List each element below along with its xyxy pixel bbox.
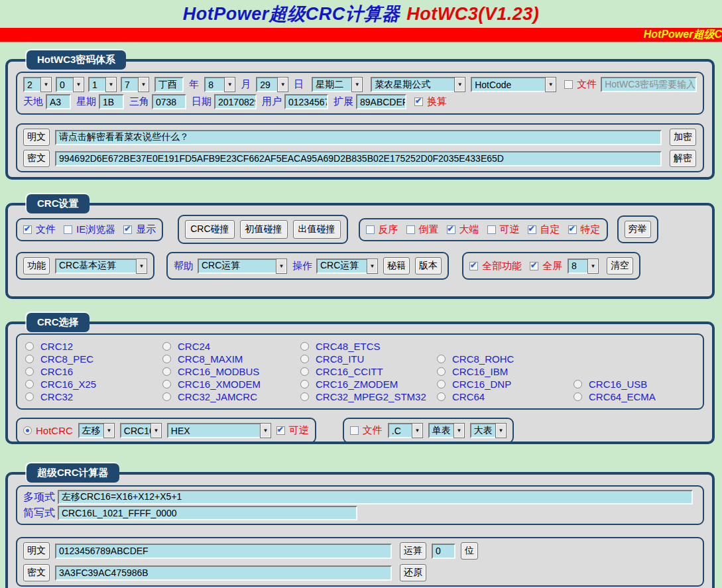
calc-cipher-row: 密文 3A3FC39AC475986B 还原 (23, 564, 697, 581)
ciphertext-input[interactable]: 994692D6E672BE37E0E191FD5AFB9E23CF662AF5… (55, 151, 662, 166)
bits-button[interactable]: 位 (461, 542, 478, 559)
function-box: 功能 CRC基本运算▼ (16, 252, 154, 280)
init-collision-button[interactable]: 初值碰撞 (240, 220, 288, 239)
filename-input[interactable]: HotWC3密码需要输入的文件名 (601, 77, 697, 92)
format-select[interactable]: HEX▼ (167, 423, 271, 438)
crc-collision-button[interactable]: CRC碰撞 (185, 220, 234, 239)
show-checkbox[interactable] (123, 225, 132, 234)
riqi-label: 日期 (192, 95, 211, 108)
radio-icon (300, 355, 309, 363)
crc32-radio-item[interactable]: CRC32 (25, 390, 162, 403)
sanjiao-field[interactable]: 0738 (152, 94, 186, 109)
output-file-checkbox[interactable] (350, 426, 359, 435)
date-box: 2▼ 0▼ 1▼ 7▼ 丁酉 年 8▼ 月 29▼ 日 星期二▼ 菜农星期公式▼… (16, 72, 704, 115)
operate-select[interactable]: CRC运算▼ (316, 259, 378, 274)
screen-select[interactable]: 8▼ (568, 259, 599, 274)
allfunc-box: 全部功能 全屏 8▼ 清空 (462, 252, 640, 280)
year-digit3-select[interactable]: 1▼ (88, 77, 117, 92)
crc-width-select[interactable]: CRC16▼ (120, 423, 162, 438)
crc16-xmodem-radio-item[interactable]: CRC16_XMODEM (162, 378, 300, 390)
weekday-select[interactable]: 星期二▼ (312, 77, 363, 92)
crc64-ecma-radio-item[interactable]: CRC64_ECMA (573, 390, 656, 403)
day-select[interactable]: 29▼ (256, 77, 288, 92)
table-size-select[interactable]: 大表▼ (470, 423, 507, 438)
short-field[interactable]: CRC16L_1021_FFFF_0000 (58, 506, 357, 520)
table-select[interactable]: 单表▼ (428, 423, 465, 438)
crc32-mpeg2-stm32-radio-item[interactable]: CRC32_MPEG2_STM32 (300, 390, 437, 403)
xingqi-field[interactable]: 1B (99, 94, 124, 109)
formula-select[interactable]: 菜农星期公式▼ (371, 77, 465, 92)
year-digit1-select[interactable]: 2▼ (23, 77, 52, 92)
year-digit4-select[interactable]: 7▼ (121, 77, 149, 92)
secret-button[interactable]: 秘籍 (383, 257, 410, 274)
function-button[interactable]: 功能 (23, 257, 50, 274)
crc16-radio-item[interactable]: CRC16 (25, 365, 162, 378)
crc16-usb-radio-item[interactable]: CRC16_USB (573, 378, 656, 390)
crc16-modbus-radio-item[interactable]: CRC16_MODBUS (162, 365, 300, 378)
help-select[interactable]: CRC运算▼ (198, 259, 287, 274)
help-operate-box: 帮助 CRC运算▼ 操作 CRC运算▼ 秘籍 版本 (166, 252, 449, 280)
month-select[interactable]: 8▼ (204, 77, 235, 92)
code-type-select[interactable]: HotCode▼ (471, 77, 556, 92)
ie-browser-checkbox[interactable] (64, 225, 72, 234)
crc48-etcs-radio-item[interactable]: CRC48_ETCS (300, 340, 437, 353)
calc-ciphertext-input[interactable]: 3A3FC39AC475986B (55, 565, 392, 581)
calc-plaintext-button[interactable]: 明文 (23, 542, 50, 559)
custom-checkbox[interactable] (528, 225, 536, 234)
radio-icon (25, 355, 34, 363)
kuozhan-field[interactable]: 89ABCDEF (356, 94, 406, 109)
shift-select[interactable]: 左移▼ (78, 423, 115, 438)
crc-column-1: CRC12 CRC8_PEC CRC16 CRC16_X25 CRC32 (25, 340, 162, 403)
function-select[interactable]: CRC基本运算▼ (55, 259, 147, 274)
yonghu-field[interactable]: 01234567 (284, 94, 328, 109)
decrypt-button[interactable]: 解密 (670, 150, 696, 167)
hotcrc-reversible-checkbox[interactable] (276, 426, 285, 435)
calc-run-button[interactable]: 运算 (400, 542, 426, 559)
exhaust-button[interactable]: 穷举 (625, 221, 651, 238)
crc16-x25-radio-item[interactable]: CRC16_X25 (25, 378, 162, 390)
plaintext-input[interactable]: 请点击解密看看菜农说些什么？ (55, 130, 662, 145)
hotcrc-radio[interactable] (23, 426, 32, 435)
crc24-radio-item[interactable]: CRC24 (162, 340, 300, 353)
version-button[interactable]: 版本 (415, 257, 442, 274)
poly-field[interactable]: 左移CRC16=X16+X12+X5+1 (58, 490, 693, 504)
year-digit2-select[interactable]: 0▼ (56, 77, 84, 92)
crc16-ccitt-radio-item[interactable]: CRC16_CCITT (300, 365, 437, 378)
crc64-radio-item[interactable]: CRC64 (437, 390, 573, 403)
riqi-field[interactable]: 20170829 (214, 94, 257, 109)
file-checkbox[interactable] (564, 80, 573, 89)
ganzhi-field[interactable]: 丁酉 (154, 77, 184, 92)
crc12-radio-item[interactable]: CRC12 (25, 340, 162, 353)
reverse-checkbox[interactable] (366, 225, 375, 234)
ext-select[interactable]: .C▼ (388, 423, 423, 438)
crc16-dnp-radio-item[interactable]: CRC16_DNP (437, 378, 573, 390)
crc16-ibm-radio-item[interactable]: CRC16_IBM (437, 365, 573, 378)
calc-ciphertext-button[interactable]: 密文 (23, 564, 50, 581)
restore-button[interactable]: 还原 (400, 564, 426, 581)
crc8-itu-radio-item[interactable]: CRC8_ITU (300, 353, 437, 365)
crc-select-group: CRC选择 CRC12 CRC8_PEC CRC16 CRC16_X25 CRC… (5, 322, 715, 444)
reversible-checkbox[interactable] (487, 225, 496, 234)
settings-file-checkbox[interactable] (23, 225, 32, 234)
plaintext-button[interactable]: 明文 (23, 129, 50, 146)
specific-checkbox[interactable] (568, 225, 577, 234)
bits-field[interactable]: 0 (432, 544, 455, 559)
ciphertext-button[interactable]: 密文 (23, 150, 50, 167)
tiandi-field[interactable]: A3 (46, 94, 71, 109)
crc8-maxim-radio-item[interactable]: CRC8_MAXIM (162, 353, 300, 365)
encrypt-button[interactable]: 加密 (670, 129, 696, 146)
clear-button[interactable]: 清空 (607, 257, 633, 274)
crc32-jamcrc-radio-item[interactable]: CRC32_JAMCRC (162, 390, 300, 403)
crc16-zmodem-radio-item[interactable]: CRC16_ZMODEM (300, 378, 437, 390)
crc8-pec-radio-item[interactable]: CRC8_PEC (25, 353, 162, 365)
calc-plaintext-input[interactable]: 0123456789ABCDEF (55, 544, 392, 559)
convert-checkbox[interactable] (414, 97, 423, 106)
crc8-rohc-radio-item[interactable]: CRC8_ROHC (437, 353, 573, 365)
invert-checkbox[interactable] (406, 225, 415, 234)
poly-label: 多项式 (23, 491, 55, 504)
settings-file-label: 文件 (36, 223, 56, 236)
allfunc-checkbox[interactable] (469, 262, 478, 270)
bigendian-checkbox[interactable] (447, 225, 455, 234)
fullscreen-checkbox[interactable] (530, 262, 538, 270)
out-collision-button[interactable]: 出值碰撞 (293, 220, 341, 239)
